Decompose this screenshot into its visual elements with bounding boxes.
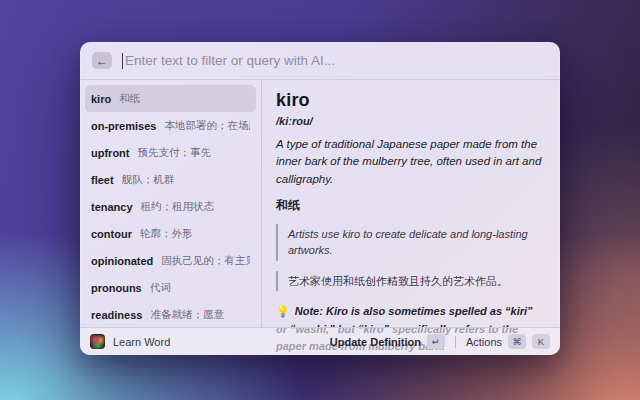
app-logo-icon	[90, 334, 105, 349]
example-sentence-zh: 艺术家使用和纸创作精致且持久的艺术作品。	[276, 271, 546, 292]
list-item-readiness[interactable]: readiness 准备就绪；愿意	[85, 301, 256, 328]
command-key-icon: ⌘	[508, 334, 526, 349]
list-item-fleet[interactable]: fleet 舰队；机群	[85, 166, 256, 193]
learn-word-window: ← Enter text to filter or query with AI.…	[80, 42, 560, 355]
list-item-word: kiro	[91, 93, 111, 105]
word-list: kiro 和纸 on-premises 本地部署的；在场所内的 upfront …	[80, 80, 262, 327]
list-item-contour[interactable]: contour 轮廓；外形	[85, 220, 256, 247]
list-item-translation: 固执己见的；有主见的	[161, 254, 250, 268]
list-item-tenancy[interactable]: tenancy 租约；租用状态	[85, 193, 256, 220]
example-sentence-en: Artists use kiro to create delicate and …	[276, 224, 546, 261]
list-item-translation: 本地部署的；在场所内的	[164, 119, 250, 133]
return-key-icon: ↵	[427, 334, 445, 349]
list-item-translation: 轮廓；外形	[140, 227, 193, 241]
list-item-translation: 和纸	[119, 92, 140, 106]
word-title: kiro	[276, 90, 546, 111]
list-item-word: fleet	[91, 174, 114, 186]
list-item-word: upfront	[91, 147, 129, 159]
list-item-word: on-premises	[91, 120, 156, 132]
chinese-translation: 和纸	[276, 197, 546, 214]
app-name: Learn Word	[113, 336, 170, 348]
list-item-translation: 舰队；机群	[122, 173, 175, 187]
search-input[interactable]: Enter text to filter or query with AI...	[125, 53, 335, 68]
search-bar: ← Enter text to filter or query with AI.…	[80, 42, 560, 80]
action-bar: Learn Word Update Definition ↵ Actions ⌘…	[80, 327, 560, 355]
word-detail-panel: kiro /kiːrou/ A type of traditional Japa…	[262, 80, 560, 327]
list-item-word: contour	[91, 228, 132, 240]
text-caret	[122, 53, 123, 69]
list-item-opinionated[interactable]: opinionated 固执己见的；有主见的	[85, 247, 256, 274]
content-area: kiro 和纸 on-premises 本地部署的；在场所内的 upfront …	[80, 80, 560, 327]
list-item-on-premises[interactable]: on-premises 本地部署的；在场所内的	[85, 112, 256, 139]
back-arrow-icon: ←	[96, 54, 108, 68]
k-key-icon: K	[532, 334, 550, 349]
list-item-word: opinionated	[91, 255, 153, 267]
list-item-kiro[interactable]: kiro 和纸	[85, 85, 256, 112]
update-definition-button[interactable]: Update Definition	[330, 336, 421, 348]
list-item-word: pronouns	[91, 282, 142, 294]
list-item-word: readiness	[91, 309, 142, 321]
list-item-word: tenancy	[91, 201, 133, 213]
list-item-pronouns[interactable]: pronouns 代词	[85, 274, 256, 301]
definition-text: A type of traditional Japanese paper mad…	[276, 136, 546, 188]
list-item-upfront[interactable]: upfront 预先支付；事先	[85, 139, 256, 166]
lightbulb-icon: 💡	[276, 305, 290, 317]
back-button[interactable]: ←	[92, 52, 112, 69]
list-item-translation: 代词	[150, 281, 171, 295]
list-item-translation: 租约；租用状态	[141, 200, 215, 214]
footer-divider	[455, 336, 456, 348]
list-item-translation: 准备就绪；愿意	[150, 308, 224, 322]
actions-button[interactable]: Actions	[466, 336, 502, 348]
pronunciation: /kiːrou/	[276, 115, 546, 127]
list-item-translation: 预先支付；事先	[137, 146, 211, 160]
